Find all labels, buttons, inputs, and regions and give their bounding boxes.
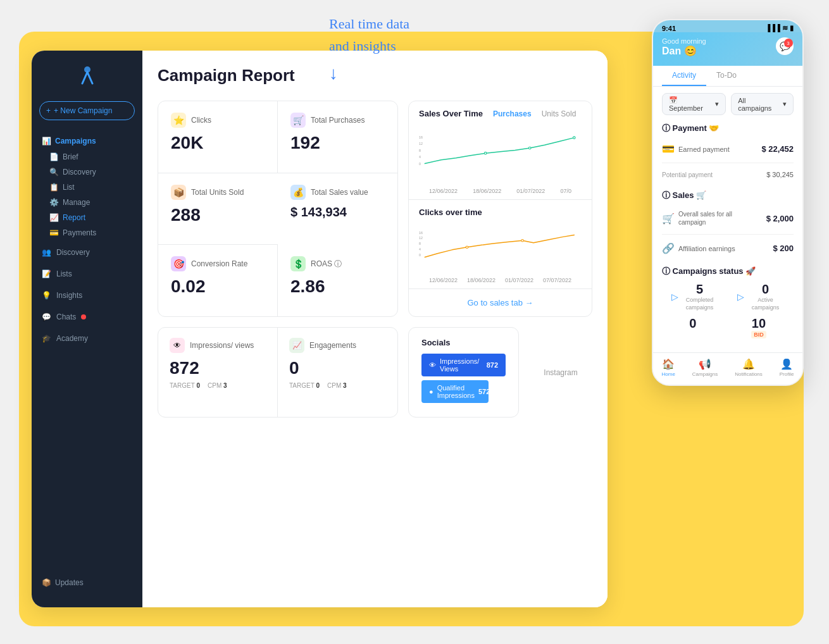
sidebar-item-discovery[interactable]: 🔍Discovery	[32, 164, 142, 180]
campaigns-label: Campaigns	[55, 137, 96, 146]
impressions-label: Impressions/ views	[190, 341, 254, 350]
payment-divider	[662, 163, 794, 163]
mobile-tabs: Activity To-Do	[653, 66, 802, 87]
notifications-icon: 🔔	[742, 358, 755, 370]
active-campaigns: ▷ 0 Active campaigns	[737, 282, 785, 311]
purchases-tab[interactable]: Purchases	[493, 109, 532, 118]
svg-text:4: 4	[419, 247, 421, 251]
impressions-bar: 👁 Impressions/ Views 872	[421, 354, 506, 376]
svg-text:8: 8	[419, 149, 421, 152]
instagram-section: Instagram	[529, 327, 592, 418]
conversion-icon: 🎯	[171, 256, 186, 271]
zero-num: 0	[689, 316, 696, 331]
chats-badge	[81, 314, 86, 319]
earned-payment-row: 💳 Earned payment $ 22,452	[662, 139, 794, 159]
payment-section-title: ⓘ Payment 🤝	[662, 123, 794, 134]
svg-text:4: 4	[419, 155, 421, 159]
svg-line-1	[82, 72, 87, 84]
engagements-label: Engagements	[309, 341, 356, 350]
sales-label: Total Sales value	[311, 188, 368, 197]
sales-section-title: ⓘ Sales 🛒	[662, 190, 794, 201]
ten-num: 10	[751, 316, 766, 331]
sidebar-item-manage[interactable]: ⚙️Manage	[32, 195, 142, 210]
svg-text:12: 12	[419, 142, 423, 146]
purchases-label: Total Purchases	[311, 116, 365, 125]
earned-label: Earned payment	[678, 146, 730, 153]
sidebar-item-report[interactable]: 📈Report	[32, 210, 142, 225]
mobile-nav-campaigns[interactable]: 📢 Campaigns	[692, 358, 718, 377]
campaigns-icon: 📢	[699, 358, 711, 370]
earned-value: $ 22,452	[761, 144, 794, 154]
tab-activity[interactable]: Activity	[662, 66, 706, 86]
stat-impressions: 👁 Impressions/ views 872 TARGET 0 CPM 3	[158, 328, 278, 417]
mobile-nav-home[interactable]: 🏠 Home	[661, 358, 675, 377]
home-nav-label: Home	[661, 371, 675, 377]
roas-value: 2.86	[290, 276, 385, 297]
svg-line-2	[87, 72, 92, 84]
sidebar-item-discovery-main[interactable]: 👥Discovery	[32, 243, 142, 262]
impressions-value: 872	[170, 358, 266, 378]
completed-num: 5	[681, 282, 719, 297]
mobile-body: 📅 September ▾ All campaigns ▾ ⓘ Payment …	[653, 87, 802, 350]
clicks-date-3: 01/07/2022	[505, 277, 533, 283]
sidebar-item-lists[interactable]: 📝Lists	[32, 264, 142, 283]
stat-purchases: 🛒 Total Purchases 192	[278, 101, 397, 173]
units-sold-tab[interactable]: Units Sold	[542, 109, 577, 118]
sidebar-item-insights[interactable]: 💡Insights	[32, 286, 142, 305]
go-to-sales-link[interactable]: Go to sales tab →	[409, 288, 592, 316]
new-campaign-label: + New Campaign	[54, 106, 112, 115]
sales-divider	[662, 234, 794, 235]
clicks-date-1: 12/06/2022	[429, 277, 458, 283]
sidebar-item-chats[interactable]: 💬Chats	[32, 307, 142, 326]
mobile-campaigns-status: ⓘ Campaigns status 🚀 ▷ 5 Completed campa…	[662, 266, 794, 338]
svg-text:16: 16	[419, 231, 423, 235]
chart-date-1: 12/06/2022	[429, 188, 458, 194]
mobile-status-bar: 9:41 ▐▐▐ ≋ ▮	[653, 20, 802, 32]
mobile-nav-profile[interactable]: 👤 Profile	[780, 358, 794, 377]
stat-roas: 💲 ROAS ⓘ 2.86	[278, 245, 397, 316]
clicks-value: 20K	[171, 133, 265, 153]
impressions-target: TARGET 0	[170, 382, 200, 389]
clicks-date-2: 18/06/2022	[467, 277, 496, 283]
conversion-value: 0.02	[171, 276, 265, 297]
campaigns-status-row: ▷ 5 Completed campaigns ▷ 0 Active campa…	[662, 282, 794, 311]
chart-date-4: 07/0	[560, 188, 571, 194]
new-campaign-button[interactable]: + + New Campaign	[39, 101, 135, 120]
campaign-filter[interactable]: All campaigns ▾	[731, 93, 794, 115]
sidebar-item-payments[interactable]: 💳Payments	[32, 225, 142, 240]
affiliation-row: 🔗 Affiliation earnings $ 200	[662, 238, 794, 258]
mobile-nav-notifications[interactable]: 🔔 Notifications	[735, 358, 763, 377]
roas-icon: 💲	[290, 256, 306, 271]
svg-text:8: 8	[419, 242, 421, 245]
mobile-app: 9:41 ▐▐▐ ≋ ▮ Good morning Dan 😊 💬 3 Acti…	[652, 19, 804, 386]
sidebar-item-list[interactable]: 📋List	[32, 180, 142, 195]
overall-sales-label: Overall sales for all campaign	[678, 210, 735, 226]
impressions-cpm: CPM 3	[208, 382, 227, 389]
page-title: Campaign Report	[158, 66, 592, 85]
engagements-cpm: CPM 3	[327, 382, 347, 389]
clicks-label: Clicks	[191, 116, 211, 125]
engagements-icon: 📈	[289, 338, 304, 353]
sales-chart-section: Sales Over Time Purchases Units Sold 16 …	[409, 101, 592, 199]
active-label: Active campaigns	[747, 297, 785, 311]
tab-todo[interactable]: To-Do	[706, 66, 747, 86]
updates-nav-item[interactable]: 📦 Updates	[32, 571, 142, 595]
chart-date-2: 18/06/2022	[473, 188, 501, 194]
sidebar-item-brief[interactable]: 📄Brief	[32, 149, 142, 164]
main-content: Campaign Report ⭐ Clicks 20K 🛒 Total P	[142, 51, 608, 607]
campaigns-nav-section[interactable]: 📊 Campaigns	[32, 133, 142, 149]
purchases-value: 192	[290, 133, 385, 153]
socials-section: Socials 👁 Impressions/ Views 872 ● Quali…	[408, 327, 519, 418]
ten-stat: 10 BID	[751, 316, 766, 338]
sidebar-item-academy[interactable]: 🎓Academy	[32, 329, 142, 348]
svg-point-9	[528, 147, 531, 149]
potential-value: $ 30,245	[766, 171, 794, 178]
sales-value: $ 143,934	[290, 205, 385, 220]
dashboard: + + New Campaign 📊 Campaigns 📄Brief 🔍Dis…	[32, 51, 608, 607]
affiliation-value: $ 200	[773, 244, 794, 253]
completed-label: Completed campaigns	[681, 297, 719, 311]
mobile-notification-bell[interactable]: 💬 3	[776, 37, 794, 55]
mobile-payment-section: ⓘ Payment 🤝 💳 Earned payment $ 22,452 Po…	[662, 123, 794, 182]
month-filter[interactable]: 📅 September ▾	[662, 93, 726, 115]
units-value: 288	[171, 205, 265, 225]
